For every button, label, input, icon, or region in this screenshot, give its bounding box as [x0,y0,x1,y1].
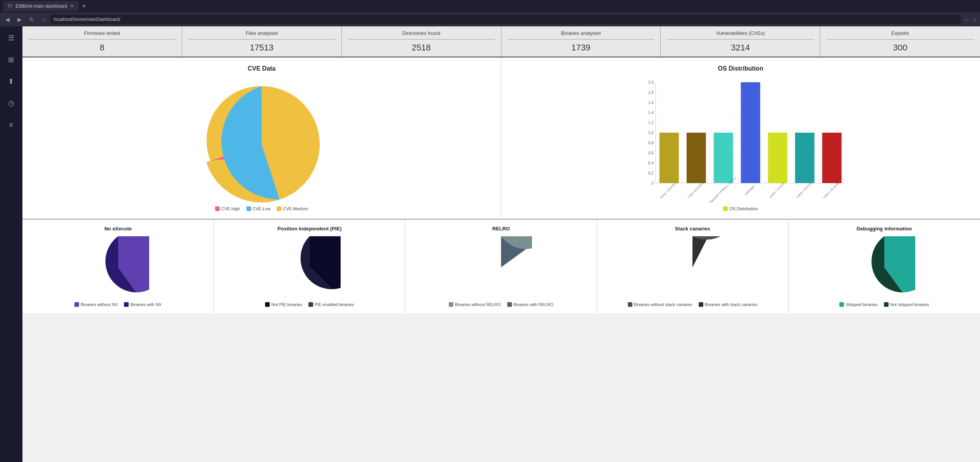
svg-rect-29 [741,82,760,183]
cve-pie-svg [203,86,320,202]
pie-pie-container [220,236,399,298]
canary-with-legend: Binaries with stack canaries [699,302,758,307]
svg-rect-31 [768,133,787,183]
sidebar-menu-icon[interactable]: ☰ [4,31,18,45]
cve-medium-label: CVE-Medium [283,206,308,211]
charts-row: CVE Data [22,57,980,220]
canary-svg [661,236,723,298]
stat-value: 2518 [348,43,495,53]
os-chart-title: OS Distribution [509,65,973,72]
tab-close-icon[interactable]: ✕ [70,3,74,9]
cve-low-legend: CVE-Low [246,206,270,211]
forward-button[interactable]: ▶ [15,16,24,23]
relro-with-label: Binaries with RELRO [513,302,553,307]
canary-pie-container [603,236,782,298]
stat-card: Directories found 2518 [342,26,501,57]
svg-text:1.6: 1.6 [648,100,653,105]
relro-pie-container [412,236,590,298]
relro-without-label: Binaries without RELRO [455,302,501,307]
canary-without-label: Binaries without stack canaries [634,302,692,307]
reload-button[interactable]: ↻ [27,16,36,23]
svg-text:2.0: 2.0 [648,80,653,85]
sidebar-grid-icon[interactable]: ⊞ [4,53,18,67]
stat-label: Directories found [348,30,495,40]
bottom-row: No eXecute Binaries without NX [22,220,980,313]
svg-text:Linux v2.6.30.9: Linux v2.6.30.9 [687,181,704,199]
browser-tab[interactable]: 🛡 EMBArk main dashboard ✕ [3,1,79,11]
not-stripped-label: Not stripped binaries [890,302,929,307]
svg-text:1.8: 1.8 [648,90,653,95]
stat-card: Binaries analysed 1739 [501,26,661,57]
stat-value: 1739 [508,43,654,53]
bookmark-icon[interactable]: ☆ [972,17,977,22]
nx-without-label: Binaries without NX [81,302,118,307]
svg-text:unknown: unknown [744,185,755,196]
relro-without-legend: Binaries without RELRO [449,302,501,307]
cve-pie-container [30,78,493,202]
home-button[interactable]: ⌂ [40,16,47,23]
tab-title: EMBArk main dashboard [16,3,67,9]
sidebar-clock-icon[interactable]: ◷ [4,96,18,110]
svg-rect-23 [659,133,679,183]
svg-text:Linux / v2.6.15: Linux / v2.6.15 [796,182,813,199]
svg-text:0.6: 0.6 [648,151,653,155]
svg-text:1.2: 1.2 [648,121,653,125]
svg-text:0: 0 [651,181,654,185]
nx-without-legend: Binaries without NX [74,302,118,307]
stat-card: Vulnerabilities (CVEs) 3214 [661,26,820,57]
relro-with-legend: Binaries with RELRO [507,302,553,307]
pie-enabled-legend: PIE enabled binaries [308,302,354,307]
nx-with-legend: Binaries with NX [124,302,162,307]
cve-low-dot [246,206,251,211]
nx-with-label: Binaries with NX [130,302,162,307]
stat-card: Files analysed 17513 [182,26,342,57]
relro-legend: Binaries without RELRO Binaries with REL… [412,302,590,307]
os-dist-label: OS Distribution [729,206,758,211]
cve-high-label: CVE-High [221,206,240,211]
canary-without-dot [628,302,632,307]
not-pie-label: Not PIE binaries [271,302,302,307]
svg-text:0.4: 0.4 [648,161,653,165]
nx-with-dot [124,302,129,307]
sidebar-list-icon[interactable]: ≡ [4,118,18,132]
not-stripped-legend: Not stripped binaries [884,302,929,307]
nx-panel: No eXecute Binaries without NX [22,220,214,313]
stripped-legend: Stripped binaries [839,302,878,307]
canary-without-legend: Binaries without stack canaries [628,302,692,307]
debug-svg [853,236,915,298]
svg-rect-27 [713,133,733,183]
stat-card: Exploits 300 [820,26,980,57]
os-chart-panel: OS Distribution 0 0.2 0.4 0 [501,57,980,219]
stripped-dot [839,302,844,307]
back-button[interactable]: ◀ [3,16,12,23]
svg-text:0.8: 0.8 [648,141,653,145]
os-distribution-legend: OS Distribution [723,206,758,211]
sidebar-upload-icon[interactable]: ⬆ [4,74,18,88]
svg-rect-33 [795,133,814,183]
stat-value: 8 [29,43,176,53]
svg-rect-25 [686,133,706,183]
cve-legend: CVE-High CVE-Low CVE-Medium [30,206,493,211]
cve-high-legend: CVE-High [215,206,240,211]
cve-low-label: CVE-Low [253,206,270,211]
svg-text:Linux / v2.6.23: Linux / v2.6.23 [768,182,785,199]
relro-panel: RELRO Binaries without RELRO [405,220,597,313]
new-tab-button[interactable]: + [82,2,86,10]
stat-label: Binaries analysed [508,30,654,40]
svg-text:Linux / v4.19.94: Linux / v4.19.94 [822,181,840,199]
stat-value: 3214 [667,43,814,53]
cve-high-dot [215,206,220,211]
stat-value: 300 [827,43,974,53]
canary-panel: Stack canaries Binaries without stack ca… [597,220,789,313]
os-bar-chart-container: 0 0.2 0.4 0.6 0.8 1.0 1.2 1.4 [509,78,973,202]
main-content: Firmware tested 8 Files analysed 17513 D… [22,26,980,462]
pie-title: Position Independent (PIE) [220,226,399,232]
canary-with-label: Binaries with stack canaries [705,302,758,307]
extensions-icon: ⋯ [964,17,969,22]
nx-title: No eXecute [29,226,207,232]
canary-legend: Binaries without stack canaries Binaries… [603,302,782,307]
os-bar-chart-svg: 0 0.2 0.4 0.6 0.8 1.0 1.2 1.4 [509,78,973,202]
url-input[interactable] [50,15,961,24]
debug-panel: Debugging information Stripped binaries [789,220,980,313]
nx-pie-container [29,236,207,298]
